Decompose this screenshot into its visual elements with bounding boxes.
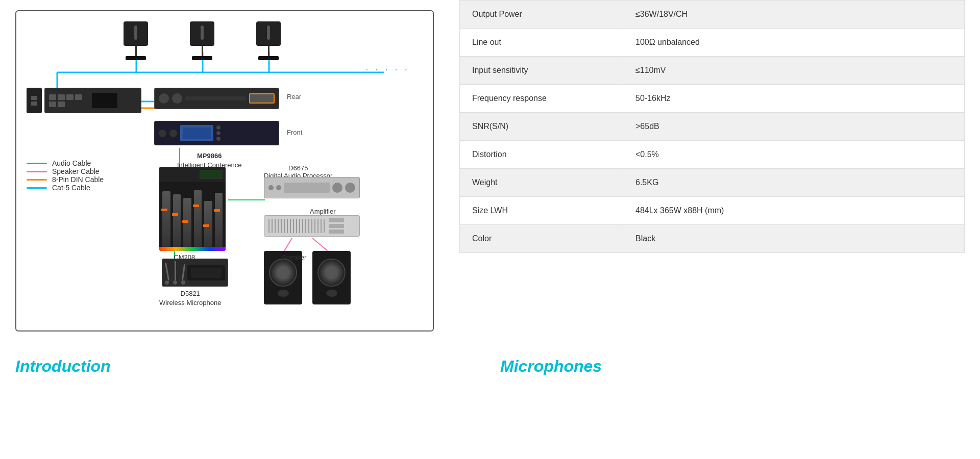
spec-value: 6.5KG [623, 169, 965, 197]
cat5-cable-line [27, 187, 47, 189]
audio-cable-label: Audio Cable [52, 159, 91, 167]
speaker-label: Speaker [282, 253, 306, 261]
d6675-processor [264, 177, 360, 198]
spec-value: >65dB [623, 113, 965, 141]
introduction-section: Introduction [15, 357, 480, 376]
cm208-mixer [159, 167, 226, 251]
spec-row: Distortion<0.5% [460, 141, 965, 169]
spec-param: Size LWH [460, 197, 623, 225]
spec-param: Line out [460, 29, 623, 57]
mic-unit-3 [256, 21, 281, 60]
amplifier-label: Amplifier [310, 208, 336, 215]
spec-row: Frequency response50-16kHz [460, 85, 965, 113]
spec-row: Line out100Ω unbalanced [460, 29, 965, 57]
spec-param: Input sensitivity [460, 57, 623, 85]
svg-line-10 [284, 238, 292, 251]
bottom-section: Introduction Microphones [0, 347, 980, 386]
front-label: Front [287, 129, 302, 136]
diagram-legend: Audio Cable Speaker Cable 8-Pin DIN Cabl… [27, 159, 104, 192]
spec-param: Output Power [460, 1, 623, 29]
spec-param: Frequency response [460, 85, 623, 113]
more-mics-indicator: · · · · · [365, 63, 409, 75]
spec-row: Weight6.5KG [460, 169, 965, 197]
legend-cat5-cable: Cat-5 Cable [27, 184, 104, 192]
spec-row: ColorBlack [460, 225, 965, 253]
spec-value: ≤110mV [623, 57, 965, 85]
mic-unit-1 [124, 21, 148, 60]
spec-param: Weight [460, 169, 623, 197]
8pin-din-cable-line [27, 179, 47, 181]
d5821-label: D5821 Wireless Microphone [159, 289, 221, 308]
spec-value: <0.5% [623, 141, 965, 169]
microphones-title: Microphones [500, 357, 965, 376]
diagram-panel: · · · · · [0, 0, 449, 347]
diagram-box: · · · · · [15, 10, 434, 332]
legend-8pin-cable: 8-Pin DIN Cable [27, 175, 104, 184]
mp9866-rear-unit [154, 88, 279, 109]
microphones-section: Microphones [500, 357, 965, 376]
specs-panel: Output Power≤36W/18V/CHLine out100Ω unba… [449, 0, 980, 347]
spec-row: Output Power≤36W/18V/CH [460, 1, 965, 29]
speaker-right [312, 251, 351, 304]
spec-row: SNR(S/N)>65dB [460, 113, 965, 141]
audio-cable-line [27, 163, 47, 164]
speaker-cable-label: Speaker Cable [52, 167, 100, 175]
spec-value: ≤36W/18V/CH [623, 1, 965, 29]
specs-table: Output Power≤36W/18V/CHLine out100Ω unba… [459, 0, 965, 253]
spec-param: Color [460, 225, 623, 253]
spec-param: Distortion [460, 141, 623, 169]
diagram-content: · · · · · [27, 21, 425, 317]
introduction-title: Introduction [15, 357, 480, 376]
spec-value: 484Lx 365W x88H (mm) [623, 197, 965, 225]
mic-unit-2 [190, 21, 214, 60]
8pin-din-label: 8-Pin DIN Cable [52, 175, 104, 184]
spec-param: SNR(S/N) [460, 113, 623, 141]
rear-label: Rear [287, 93, 301, 100]
amplifier-device [264, 215, 360, 237]
mp9866-front-unit [154, 121, 279, 145]
spec-value: 100Ω unbalanced [623, 29, 965, 57]
spec-value: Black [623, 225, 965, 253]
spec-value: 50-16kHz [623, 85, 965, 113]
d5821-wireless-mic [162, 259, 228, 287]
legend-speaker-cable: Speaker Cable [27, 167, 104, 175]
spec-row: Input sensitivity≤110mV [460, 57, 965, 85]
legend-audio-cable: Audio Cable [27, 159, 104, 167]
network-switch [27, 88, 141, 113]
speaker-cable-line [27, 171, 47, 172]
spec-row: Size LWH484Lx 365W x88H (mm) [460, 197, 965, 225]
cat5-label: Cat-5 Cable [52, 184, 90, 192]
svg-line-11 [312, 238, 328, 251]
